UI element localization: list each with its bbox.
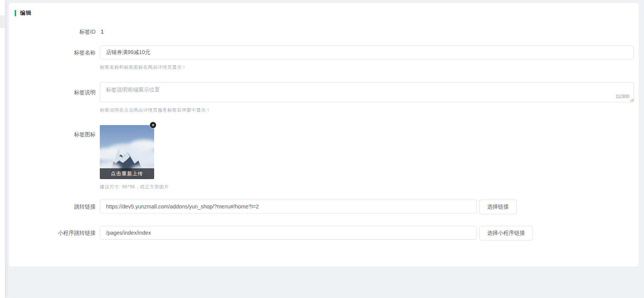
tag-id-label: 标签ID [9, 28, 96, 36]
form-row-tag-name: 标签名称 标签名称和标签图标在商品详情页显示！ [9, 46, 639, 71]
page-title: 编辑 [20, 10, 32, 17]
tag-desc-textarea[interactable]: 标签说明前端展示位置 [100, 82, 634, 102]
collapsed-sidebar-item [0, 15, 5, 28]
edit-form: 标签ID 1 标签名称 标签名称和标签图标在商品详情页显示！ 标签说明 标签说明… [9, 17, 639, 240]
mini-program-link-label: 小程序跳转链接 [9, 226, 96, 240]
select-mini-program-link-button[interactable]: 选择小程序链接 [479, 226, 533, 240]
form-row-tag-id: 标签ID 1 [9, 28, 639, 36]
tag-name-help: 标签名称和标签图标在商品详情页显示！ [100, 64, 639, 71]
jump-link-label: 跳转链接 [9, 200, 96, 214]
tag-desc-label: 标签说明 [9, 82, 96, 113]
form-row-jump-link: 跳转链接 选择链接 [9, 200, 639, 214]
tag-desc-help: 标签说明在点击商品详情页服务标签后弹窗中显示！ [100, 107, 639, 113]
reupload-overlay-button[interactable]: 点击重新上传 [100, 168, 154, 179]
close-icon[interactable]: ✕ [150, 122, 156, 129]
form-row-mini-program-link: 小程序跳转链接 选择小程序链接 [9, 226, 639, 240]
tag-id-value: 1 [100, 28, 104, 35]
tag-name-input[interactable] [100, 46, 634, 59]
icon-upload-thumbnail[interactable]: 点击重新上传 ✕ [100, 125, 154, 179]
panel-header: 编辑 [9, 3, 639, 17]
header-accent-bar [15, 10, 16, 16]
form-row-tag-desc: 标签说明 标签说明前端展示位置 11/300 标签说明在点击商品详情页服务标签后… [9, 82, 639, 113]
tag-name-label: 标签名称 [9, 46, 96, 71]
collapsed-sidebar [0, 0, 5, 298]
jump-link-input[interactable] [100, 200, 477, 213]
mini-program-link-input[interactable] [100, 226, 477, 240]
edit-panel: 编辑 标签ID 1 标签名称 标签名称和标签图标在商品详情页显示！ 标签说明 标… [9, 3, 639, 266]
form-row-tag-icon: 标签图标 [9, 125, 639, 190]
tag-icon-help: 建议尺寸: 96*96，或正方形图片 [100, 184, 639, 190]
tag-icon-label: 标签图标 [9, 125, 96, 190]
select-link-button[interactable]: 选择链接 [479, 200, 517, 214]
